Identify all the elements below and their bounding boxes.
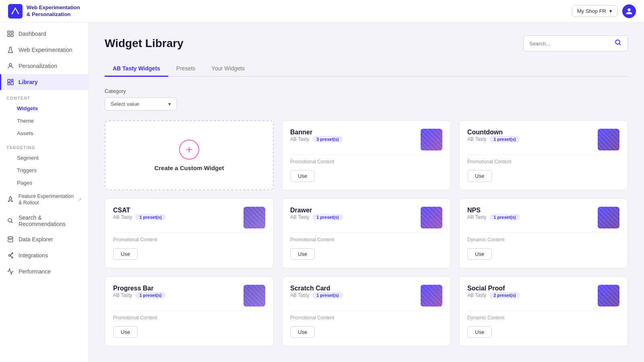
widget-thumbnail-nps <box>598 207 619 228</box>
header-right: My Shop FR ▾ <box>572 4 636 18</box>
sidebar-item-library[interactable]: Library <box>0 74 88 90</box>
category-label: Category <box>105 88 628 94</box>
widget-title-drawer: Drawer <box>290 207 343 214</box>
widget-header-csat: CSAT AB Tasty 1 preset(s) <box>113 207 265 228</box>
widget-brand-progress-bar: AB Tasty <box>113 292 132 298</box>
shop-selector[interactable]: My Shop FR ▾ <box>572 5 617 17</box>
tab-your-widgets[interactable]: Your Widgets <box>203 61 253 77</box>
sidebar-item-data-explorer[interactable]: Data Explorer <box>0 231 88 247</box>
widget-header-banner: Banner AB Tasty 3 preset(s) <box>290 129 442 150</box>
preset-badge-scratch-card[interactable]: 1 preset(s) <box>312 292 343 298</box>
preset-badge-drawer[interactable]: 1 preset(s) <box>312 214 343 220</box>
widget-divider <box>113 232 265 233</box>
widget-thumbnail-social-proof <box>598 285 619 306</box>
page-title: Widget Library <box>105 37 184 50</box>
tab-presets[interactable]: Presets <box>168 61 203 77</box>
use-button-drawer[interactable]: Use <box>290 248 315 260</box>
preset-badge-nps[interactable]: 1 preset(s) <box>489 214 520 220</box>
preset-badge-progress-bar[interactable]: 1 preset(s) <box>135 292 166 298</box>
grid-icon <box>6 30 14 38</box>
svg-rect-0 <box>8 31 10 33</box>
preset-badge-social-proof[interactable]: 2 preset(s) <box>489 292 520 298</box>
widget-title-scratch-card: Scratch Card <box>290 285 343 292</box>
use-button-social-proof[interactable]: Use <box>467 326 492 338</box>
widget-meta-countdown: AB Tasty 1 preset(s) <box>467 136 520 142</box>
search-icon[interactable] <box>615 39 622 48</box>
svg-rect-7 <box>11 82 13 85</box>
use-button-nps[interactable]: Use <box>467 248 492 260</box>
widget-card-countdown: Countdown AB Tasty 1 preset(s) Promotion… <box>459 120 628 190</box>
external-link-icon: ↗ <box>78 197 82 202</box>
sidebar-item-label: Dashboard <box>19 31 46 37</box>
widget-brand-drawer: AB Tasty <box>290 214 309 220</box>
create-plus-icon: + <box>179 140 199 160</box>
widget-divider <box>290 232 442 233</box>
use-button-scratch-card[interactable]: Use <box>290 326 315 338</box>
top-header: Web Experimentation & Personalization My… <box>0 0 644 23</box>
sidebar-item-triggers[interactable]: Triggers <box>0 164 88 177</box>
widget-card-social-proof: Social Proof AB Tasty 2 preset(s) Dynami… <box>459 276 628 346</box>
sidebar-item-theme[interactable]: Theme <box>0 115 88 127</box>
sidebar-item-search-recommendations[interactable]: Search & Recommendations <box>0 210 88 231</box>
widget-thumbnail-scratch-card <box>421 285 442 306</box>
widget-header-social-proof: Social Proof AB Tasty 2 preset(s) <box>467 285 619 306</box>
content-section-label: CONTENT <box>0 90 88 102</box>
widget-category-countdown: Promotional Content <box>467 159 619 165</box>
widget-header-nps: NPS AB Tasty 1 preset(s) <box>467 207 619 228</box>
widget-brand-banner: AB Tasty <box>290 136 309 142</box>
user-avatar[interactable] <box>622 4 636 18</box>
integration-icon <box>6 251 14 259</box>
category-chevron-icon: ▾ <box>168 101 171 107</box>
widget-card-scratch-card: Scratch Card AB Tasty 1 preset(s) Promot… <box>282 276 451 346</box>
category-select-value: Select value <box>111 101 139 107</box>
svg-point-14 <box>615 40 620 44</box>
svg-rect-1 <box>11 31 13 33</box>
widget-thumbnail-countdown <box>598 129 619 150</box>
use-button-countdown[interactable]: Use <box>467 170 492 182</box>
widget-category-nps: Dynamic Content <box>467 237 619 243</box>
chart-icon <box>6 267 14 276</box>
preset-badge-banner[interactable]: 3 preset(s) <box>312 136 343 142</box>
sidebar-item-feature-experimentation[interactable]: Feature Experimentation & Rollout ↗ <box>0 189 88 210</box>
widget-title-social-proof: Social Proof <box>467 285 520 292</box>
preset-badge-csat[interactable]: 1 preset(s) <box>135 214 166 220</box>
widget-divider <box>467 311 619 311</box>
category-select[interactable]: Select value ▾ <box>105 97 177 111</box>
sidebar-item-pages[interactable]: Pages <box>0 177 88 189</box>
widget-grid: + Create a Custom Widget Banner AB Tasty… <box>105 120 628 346</box>
beaker-icon <box>6 46 14 54</box>
main-layout: Dashboard Web Experimentation Personaliz… <box>0 23 644 362</box>
widget-divider <box>467 232 619 233</box>
create-custom-widget-card[interactable]: + Create a Custom Widget <box>105 120 274 190</box>
use-button-progress-bar[interactable]: Use <box>113 326 138 338</box>
widget-brand-social-proof: AB Tasty <box>467 292 486 298</box>
targeting-section-label: TARGETING <box>0 140 88 152</box>
sidebar-item-segment[interactable]: Segment <box>0 152 88 164</box>
sidebar-item-dashboard[interactable]: Dashboard <box>0 26 88 42</box>
widget-category-csat: Promotional Content <box>113 237 265 243</box>
shop-selector-label: My Shop FR <box>577 8 606 14</box>
widget-title-banner: Banner <box>290 129 343 136</box>
sidebar-item-personalization[interactable]: Personalization <box>0 58 88 74</box>
sidebar-item-assets[interactable]: Assets <box>0 127 88 140</box>
widget-brand-countdown: AB Tasty <box>467 136 486 142</box>
widget-meta-nps: AB Tasty 1 preset(s) <box>467 214 520 220</box>
svg-rect-5 <box>8 79 10 82</box>
preset-badge-countdown[interactable]: 1 preset(s) <box>489 136 520 142</box>
library-icon <box>6 78 14 86</box>
sidebar-item-integrations[interactable]: Integrations <box>0 247 88 263</box>
search-input[interactable] <box>529 41 611 47</box>
widget-meta-drawer: AB Tasty 1 preset(s) <box>290 214 343 220</box>
widget-divider <box>113 311 265 311</box>
use-button-csat[interactable]: Use <box>113 248 138 260</box>
use-button-banner[interactable]: Use <box>290 170 315 182</box>
sidebar-item-performance[interactable]: Performance <box>0 263 88 280</box>
tab-ab-tasty-widgets[interactable]: AB Tasty Widgets <box>105 61 168 77</box>
widget-category-scratch-card: Promotional Content <box>290 315 442 321</box>
sidebar-item-web-experimentation[interactable]: Web Experimentation <box>0 42 88 58</box>
widget-brand-scratch-card: AB Tasty <box>290 292 309 298</box>
search-bar <box>523 35 628 51</box>
widget-thumbnail-csat <box>244 207 265 228</box>
widget-thumbnail-drawer <box>421 207 442 228</box>
sidebar-item-widgets[interactable]: Widgets <box>0 102 88 115</box>
